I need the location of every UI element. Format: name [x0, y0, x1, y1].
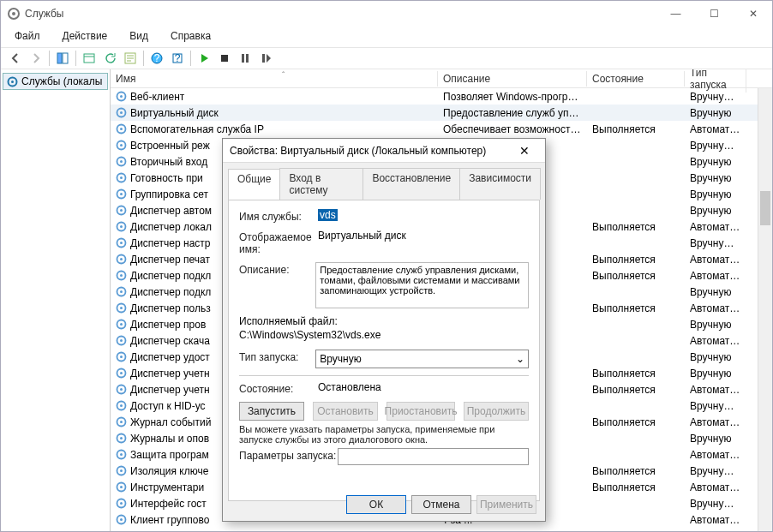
stop-service-button[interactable] — [215, 49, 234, 68]
start-button[interactable]: Запустить — [239, 402, 304, 421]
col-header-description[interactable]: Описание — [438, 71, 587, 87]
service-startup: Вручную (ак... — [685, 91, 746, 103]
tab-recovery[interactable]: Восстановление — [363, 168, 460, 200]
display-name-value: Виртуальный диск — [318, 230, 529, 242]
help-button[interactable]: ? — [147, 49, 166, 68]
service-name: Журналы и опов — [130, 433, 209, 445]
service-startup: Автоматиче... — [685, 384, 746, 396]
vertical-scrollbar[interactable] — [758, 88, 772, 531]
service-startup: Вручную — [685, 351, 746, 363]
svg-point-23 — [120, 160, 123, 163]
service-startup: Вручную (ак... — [685, 400, 746, 412]
service-name: Диспетчер польз — [130, 302, 211, 314]
tree-sidebar: Службы (локалы — [1, 69, 111, 531]
col-header-state[interactable]: Состояние — [587, 71, 685, 87]
service-state: Выполняется — [587, 254, 685, 266]
cancel-button[interactable]: Отмена — [411, 495, 471, 514]
service-state: Выполняется — [587, 384, 685, 396]
dialog-close-button[interactable]: ✕ — [511, 144, 538, 158]
svg-point-19 — [120, 128, 123, 130]
service-row[interactable]: Вспомогательная служба IPОбеспечивает во… — [111, 121, 772, 137]
startup-type-select[interactable]: Вручную ⌄ — [315, 350, 529, 368]
service-name: Готовность при — [130, 172, 203, 184]
gear-icon — [116, 172, 127, 183]
svg-rect-10 — [246, 54, 249, 63]
ok-button[interactable]: ОК — [346, 495, 406, 514]
svg-point-25 — [120, 176, 123, 179]
service-name: Виртуальный диск — [130, 107, 219, 119]
menu-view[interactable]: Вид — [126, 28, 152, 44]
gear-icon — [116, 498, 127, 509]
start-params-input[interactable] — [338, 448, 529, 465]
gear-icon — [116, 481, 127, 493]
forward-button[interactable] — [27, 49, 45, 68]
export-list-button[interactable] — [80, 49, 99, 68]
col-header-startup[interactable]: Тип запуска — [685, 69, 746, 93]
close-button[interactable]: ✕ — [734, 1, 772, 27]
menu-help[interactable]: Справка — [167, 28, 214, 44]
service-startup: Вручную (ак... — [685, 237, 746, 249]
menu-file[interactable]: Файл — [11, 28, 44, 44]
gear-icon — [116, 107, 127, 118]
gear-icon — [116, 221, 127, 232]
pause-service-button[interactable] — [236, 49, 255, 68]
help-button-2[interactable]: ? — [168, 49, 187, 68]
service-startup: Вручную (ак... — [685, 465, 746, 477]
tab-logon[interactable]: Вход в систему — [279, 168, 363, 200]
service-state: Выполняется — [587, 368, 685, 380]
svg-point-41 — [120, 307, 123, 309]
service-startup: Автоматиче... — [685, 514, 746, 526]
svg-text:?: ? — [175, 52, 181, 64]
service-state: Выполняется — [587, 481, 685, 493]
service-row[interactable]: Веб-клиентПозволяет Windows-програ...Вру… — [111, 88, 772, 105]
service-name: Вторичный вход — [130, 156, 207, 168]
service-state: Выполняется — [587, 270, 685, 282]
svg-point-55 — [120, 421, 123, 423]
service-startup: Вручную (ак... — [685, 498, 746, 510]
restart-service-button[interactable] — [256, 49, 275, 68]
gear-icon — [116, 335, 127, 346]
service-name: Диспетчер учетн — [130, 384, 210, 396]
resume-button: Продолжить — [464, 402, 529, 421]
show-hide-tree-button[interactable] — [53, 49, 72, 68]
svg-point-29 — [120, 209, 123, 212]
gear-icon — [116, 286, 127, 297]
svg-point-33 — [120, 242, 123, 244]
svg-rect-11 — [262, 54, 265, 63]
maximize-button[interactable]: ☐ — [695, 1, 734, 27]
service-startup: Вручную — [685, 156, 746, 168]
refresh-button[interactable] — [100, 49, 119, 68]
properties-button[interactable] — [121, 49, 140, 68]
service-name: Диспетчер подкл — [130, 286, 211, 298]
toolbar: ? ? — [1, 47, 772, 69]
col-header-name[interactable]: Имя — [111, 71, 438, 87]
tree-node-label: Службы (локалы — [21, 75, 102, 87]
service-name: Клиент группово — [130, 514, 209, 526]
tab-general[interactable]: Общие — [228, 169, 280, 200]
svg-point-57 — [120, 437, 123, 439]
dialog-tabs: Общие Вход в систему Восстановление Зави… — [223, 163, 545, 200]
service-name-value[interactable]: vds — [318, 209, 338, 221]
scrollbar-thumb[interactable] — [760, 191, 770, 225]
stop-button: Остановить — [313, 402, 378, 421]
menu-action[interactable]: Действие — [59, 28, 111, 44]
gear-icon — [116, 368, 127, 379]
service-startup: Автоматиче... — [685, 481, 746, 493]
start-service-button[interactable] — [195, 49, 213, 68]
svg-point-17 — [120, 111, 123, 114]
service-row[interactable]: Виртуальный дискПредоставление служб упр… — [111, 105, 772, 121]
description-box[interactable]: Предоставление служб управления дисками,… — [315, 262, 529, 308]
back-button[interactable] — [6, 49, 25, 68]
service-name: Группировка сет — [130, 188, 208, 200]
tab-dependencies[interactable]: Зависимости — [459, 168, 541, 200]
gear-icon — [116, 384, 127, 395]
minimize-button[interactable]: — — [656, 1, 695, 27]
tab-general-panel: Имя службы: vds Отображаемое имя: Виртуа… — [228, 200, 540, 501]
gear-icon — [116, 140, 127, 151]
svg-point-37 — [120, 274, 123, 277]
svg-rect-8 — [221, 55, 228, 62]
svg-point-67 — [120, 518, 123, 521]
tree-node-services-local[interactable]: Службы (локалы — [3, 73, 108, 90]
service-startup: Вручную — [685, 368, 746, 380]
executable-path: C:\Windows\System32\vds.exe — [239, 329, 529, 341]
